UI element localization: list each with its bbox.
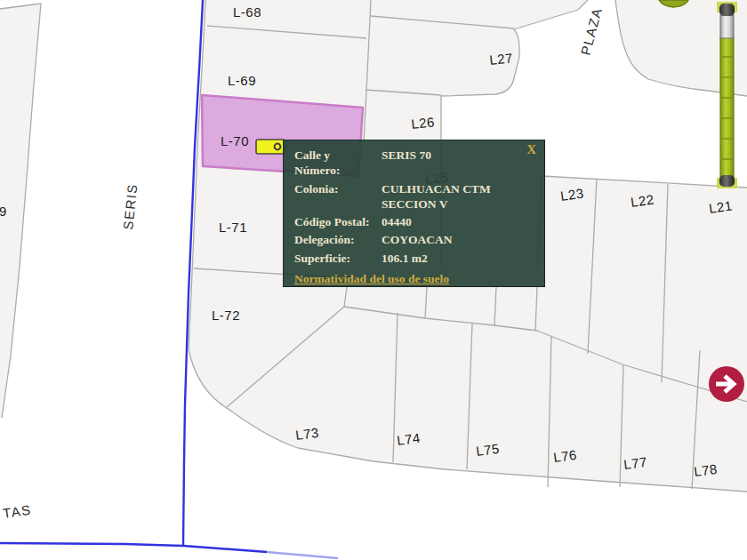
parcel-label-l27: L27 [489, 50, 514, 68]
field-label-cp: Código Postal: [294, 214, 376, 229]
zoom-slider-cap-bottom [719, 175, 735, 187]
map-viewport[interactable]: L-68 L-69 L-70 L-71 L-72 L73 L74 L75 L76… [0, 0, 747, 560]
street-name-tas: TAS [2, 502, 33, 521]
field-value-colonia: CULHUACAN CTM SECCION V [382, 181, 534, 212]
popup-fields: Calle y Número: SERIS 70 Colonia: CULHUA… [294, 148, 534, 266]
popup-close-button[interactable]: X [526, 142, 536, 157]
normatividad-link[interactable]: Normatividad del uso de suelo [294, 271, 449, 286]
field-label-colonia: Colonia: [294, 181, 376, 212]
parcel-label-l72: L-72 [212, 308, 240, 323]
parcel-label-l71: L-71 [219, 220, 247, 235]
parcel-label-l69: L-69 [228, 73, 256, 88]
field-value-cp: 04440 [382, 214, 534, 229]
zoom-slider-track[interactable] [720, 37, 734, 178]
zoom-slider-handle[interactable] [720, 15, 734, 38]
field-label-calle: Calle y Número: [294, 148, 376, 179]
parcel-label-l76: L76 [552, 447, 577, 465]
field-label-delegacion: Delegación: [294, 232, 376, 247]
parcel-label-l75: L75 [475, 441, 500, 459]
selected-parcel-marker-icon [256, 140, 285, 154]
parcel-label-l26: L26 [411, 114, 436, 132]
parcel-label-l74: L74 [396, 430, 421, 448]
field-value-superficie: 106.1 m2 [382, 251, 534, 266]
parcel-label-l73: L73 [294, 425, 319, 443]
field-value-delegacion: COYOACAN [382, 232, 534, 247]
parcel-label-l68: L-68 [233, 4, 261, 20]
field-label-superficie: Superficie: [294, 251, 376, 266]
field-value-calle: SERIS 70 [382, 148, 534, 179]
pan-right-button[interactable] [709, 366, 744, 402]
parcel-info-popup: X Calle y Número: SERIS 70 Colonia: CULH… [283, 140, 545, 287]
street-name-seris: SERIS [120, 182, 140, 230]
parcel-label-l78: L78 [693, 461, 718, 479]
parcel-label-partial-9: 9 [0, 204, 7, 219]
parcel-label-l77: L77 [622, 454, 647, 472]
zoom-slider-cap-top [719, 4, 735, 16]
parcel-label-l70: L-70 [221, 133, 249, 148]
